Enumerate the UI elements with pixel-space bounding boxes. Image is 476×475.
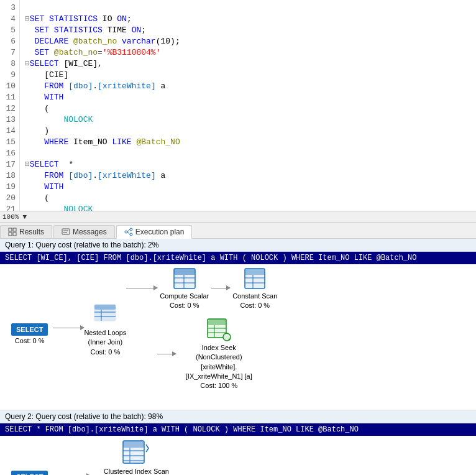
q2-clustered-index-scan-label: Clustered Index Scan (Clustered)[xriteWh… [93, 467, 180, 475]
code-line-8: ⊟SELECT [WI_CE], [25, 58, 471, 70]
svg-point-8 [130, 228, 132, 231]
code-line-14: ) [25, 126, 471, 137]
code-line-18: FROM [dbo].[xriteWhite] a [25, 170, 471, 182]
q1-select-cost: Cost: 0 % [15, 337, 45, 344]
code-line-6: DECLARE @batch_no varchar(10); [25, 36, 471, 47]
nested-loops-icon [92, 300, 118, 326]
code-editor[interactable]: 3 4 5 6 7 8 9 10 11 12 13 14 15 16 17 18… [0, 0, 476, 223]
index-seek-icon [206, 317, 232, 343]
tab-results[interactable]: Results [0, 225, 52, 238]
svg-point-7 [125, 231, 127, 233]
tab-messages-label: Messages [73, 228, 107, 236]
svg-point-9 [130, 233, 132, 236]
query1-header: Query 1: Query cost (relative to the bat… [0, 239, 476, 252]
tab-execution-plan-label: Execution plan [135, 228, 185, 236]
q2-select-node: SELECT Cost: 0 % [11, 471, 48, 475]
code-line-13: NOLOCK [25, 114, 471, 126]
code-line-3 [25, 2, 471, 14]
grid-icon [8, 228, 17, 236]
results-area[interactable]: Query 1: Query cost (relative to the bat… [0, 239, 476, 475]
code-line-16 [25, 148, 471, 159]
code-content[interactable]: ⊟SET STATISTICS IO ON; SET STATISTICS TI… [20, 0, 476, 222]
svg-rect-0 [9, 228, 12, 231]
query2-block: Query 2: Query cost (relative to the bat… [0, 410, 476, 475]
code-line-19: WITH [25, 182, 471, 193]
q1-select-box: SELECT [11, 323, 48, 336]
code-line-9: [CIE] [25, 70, 471, 81]
code-line-7: SET @batch_no='%B3110804%' [25, 47, 471, 58]
q1-constant-scan-label: Constant ScanCost: 0 % [232, 292, 277, 311]
svg-line-33 [229, 339, 230, 340]
svg-rect-23 [245, 269, 265, 275]
q2-select-box: SELECT [11, 471, 48, 475]
svg-rect-28 [208, 319, 226, 325]
tab-results-label: Results [19, 228, 44, 236]
code-line-11: WITH [25, 92, 471, 103]
zoom-level: 100% [2, 213, 19, 221]
zoom-dropdown[interactable]: ▼ [22, 213, 27, 221]
q1-nested-loops-label: Nested Loops(Inner Join)Cost: 0 % [84, 328, 126, 357]
code-line-15: WHERE Item_NO LIKE @Batch_NO [25, 137, 471, 148]
svg-line-10 [127, 229, 130, 232]
q1-compute-scalar-label: Compute ScalarCost: 0 % [160, 292, 209, 311]
zoom-bar: 100% ▼ [0, 211, 476, 222]
svg-rect-18 [174, 269, 195, 275]
line-numbers: 3 4 5 6 7 8 9 10 11 12 13 14 15 16 17 18… [0, 0, 20, 222]
clustered-index-scan-icon [121, 437, 151, 467]
tabs-bar: Results Messages Execution plan [0, 223, 476, 239]
svg-rect-13 [94, 305, 116, 310]
code-line-17: ⊟SELECT * [25, 159, 471, 170]
code-line-5: SET STATISTICS TIME ON; [25, 25, 471, 36]
query1-sql: SELECT [WI_CE], [CIE] FROM [dbo].[xriteW… [0, 252, 476, 264]
code-line-10: FROM [dbo].[xriteWhite] a [25, 81, 471, 92]
svg-rect-3 [13, 233, 16, 236]
compute-scalar-icon [172, 265, 198, 292]
tab-execution-plan[interactable]: Execution plan [116, 225, 193, 239]
query2-header: Query 2: Query cost (relative to the bat… [0, 410, 476, 423]
constant-scan-icon [242, 265, 268, 292]
plan-icon [124, 228, 133, 236]
q1-select-node: SELECT Cost: 0 % [11, 323, 48, 344]
code-line-12: ( [25, 103, 471, 114]
q1-index-seek-label: Index Seek (NonClustered)[xriteWhite].[I… [178, 343, 259, 391]
query1-block: Query 1: Query cost (relative to the bat… [0, 239, 476, 410]
query2-sql: SELECT * FROM [dbo].[xriteWhite] a WITH … [0, 423, 476, 436]
svg-rect-4 [62, 229, 70, 234]
code-line-20: ( [25, 193, 471, 204]
svg-line-11 [127, 232, 130, 234]
svg-rect-2 [9, 233, 12, 236]
query2-plan: SELECT Cost: 0 % [0, 436, 476, 475]
code-line-4: ⊟SET STATISTICS IO ON; [25, 14, 471, 25]
tab-messages[interactable]: Messages [53, 225, 115, 238]
query1-plan: SELECT Cost: 0 % [0, 264, 476, 410]
message-icon [62, 228, 70, 236]
svg-rect-35 [123, 441, 144, 448]
svg-rect-1 [13, 228, 16, 231]
